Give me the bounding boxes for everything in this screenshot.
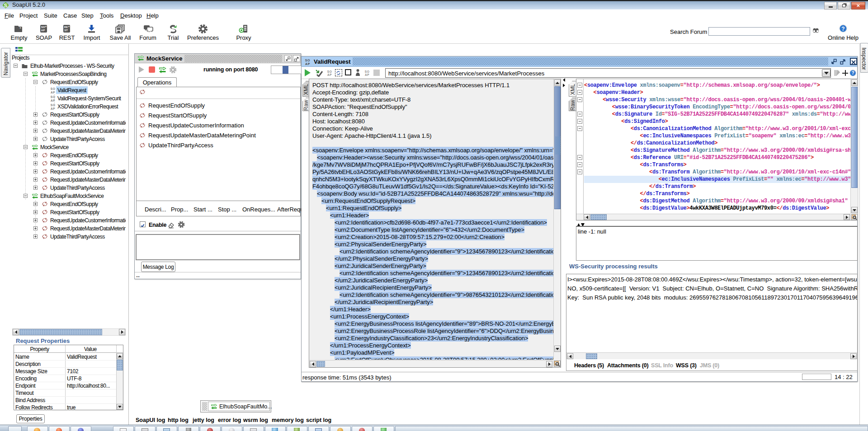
svg-text:AP: AP — [365, 73, 369, 76]
svg-text:AP: AP — [51, 107, 55, 110]
svg-text:AP: AP — [41, 29, 45, 32]
svg-text:AP: AP — [51, 91, 55, 94]
svg-text:?: ? — [841, 26, 844, 32]
svg-text:SO: SO — [327, 70, 332, 73]
svg-text:*: * — [19, 26, 21, 31]
svg-text:SO: SO — [365, 70, 369, 73]
svg-text:AP: AP — [305, 62, 310, 66]
svg-text:SO: SO — [305, 59, 310, 62]
svg-text:RE: RE — [64, 26, 68, 28]
svg-text:SO: SO — [41, 26, 45, 28]
svg-text:SO: SO — [51, 87, 56, 90]
svg-text:*: * — [45, 25, 47, 29]
svg-text:S: S — [4, 3, 7, 8]
svg-text:AP: AP — [51, 99, 55, 102]
svg-text:ST: ST — [64, 29, 68, 32]
svg-text:AP: AP — [327, 73, 332, 76]
svg-text:SO: SO — [51, 103, 56, 107]
svg-text:*: * — [68, 25, 70, 29]
svg-text:?: ? — [851, 70, 854, 75]
svg-text:SO: SO — [51, 95, 56, 98]
